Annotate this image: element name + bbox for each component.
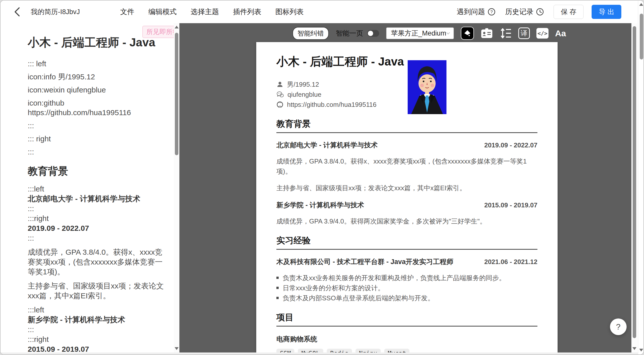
translate-icon: 译	[518, 27, 530, 39]
autocorrect-button[interactable]: 智能纠错	[293, 27, 329, 40]
line-spacing-button[interactable]	[500, 28, 512, 39]
markdown-editor[interactable]: 所见即所得模式 小木 - 后端工程师 - Java ::: left icon:…	[1, 23, 179, 353]
editor-line[interactable]: :::	[28, 204, 165, 213]
help-button[interactable]: ?	[610, 318, 627, 335]
translate-button[interactable]: 译	[518, 27, 530, 39]
github-icon	[276, 101, 283, 108]
bullet-item: 负责木及内部SSO单点登录系统后端的架构与开发。	[276, 293, 537, 303]
preview-scrollbar[interactable]	[631, 23, 637, 353]
editor-line[interactable]: :::left	[28, 184, 165, 194]
font-select[interactable]: 苹果方正_Medium	[386, 27, 454, 39]
preview-tool-icons: 译 </> Aa	[461, 27, 566, 40]
feedback-label: 遇到问题	[457, 7, 485, 17]
save-button[interactable]: 保 存	[554, 5, 584, 19]
bullet-item: 负责木及xx业务相关服务的开发和重构及维护，负责线上产品端服务的同步。	[276, 273, 537, 283]
menu-item-file[interactable]: 文件	[120, 7, 134, 17]
back-button[interactable]	[12, 7, 22, 17]
project-name: 电商购物系统	[276, 335, 537, 344]
contact-row: https://github.com/hua1995116	[276, 100, 537, 110]
toggle-knob	[368, 31, 373, 36]
editor-line[interactable]: 北京邮电大学 - 计算机科学与技术	[28, 194, 165, 204]
question-circle-icon: ?	[488, 8, 496, 16]
onepage-control: 智能一页	[336, 29, 379, 38]
topbar: 我的简历-I8JbvJ 文件 编辑模式 选择主题 插件列表 图标列表 遇到问题 …	[1, 1, 644, 23]
resume-page: 小木 - 后端工程师 - Java 男/1995.12 qiufengblue …	[256, 42, 558, 353]
editor-line[interactable]: :::	[28, 147, 165, 157]
editor-line[interactable]: icon:weixin qiufengblue	[28, 85, 165, 95]
resume-contact: 男/1995.12 qiufengblue https://github.com…	[276, 79, 537, 110]
topbar-menu: 文件 编辑模式 选择主题 插件列表 图标列表	[120, 7, 304, 17]
section-projects: 项目 电商购物系统 SSM MySQL Redis Nginx Mycat 项目…	[276, 312, 537, 353]
scroll-up-icon[interactable]	[175, 26, 179, 28]
section-heading: 教育背景	[276, 118, 537, 133]
editor-line[interactable]: 2019.09 - 2022.07	[28, 223, 165, 233]
section-heading: 项目	[276, 312, 537, 327]
theme-color-button[interactable]	[461, 27, 474, 40]
entry-title: 北京邮电大学 - 计算机科学与技术	[276, 141, 378, 150]
wechat-icon	[276, 91, 284, 98]
preview-toolbar: 智能纠错 智能一页 苹果方正_Medium 译	[293, 26, 566, 40]
theme-color-icon	[463, 29, 472, 38]
editor-scrollbar-thumb[interactable]	[175, 33, 178, 155]
square-bullet-icon	[276, 287, 279, 289]
contact-text: 男/1995.12	[287, 80, 319, 89]
entry-date: 2021.06 - 2021.12	[484, 258, 537, 266]
export-button[interactable]: 导 出	[592, 5, 621, 19]
contact-card-button[interactable]	[480, 27, 493, 39]
editor-line[interactable]: 2015.09 - 2019.07	[28, 344, 165, 353]
editor-line[interactable]: :::right	[28, 213, 165, 223]
menu-item-icons[interactable]: 图标列表	[275, 7, 304, 17]
person-icon	[276, 81, 283, 88]
contact-text: https://github.com/hua1995116	[287, 101, 376, 109]
editor-scrollbar[interactable]	[174, 23, 179, 353]
font-icon: Aa	[555, 28, 566, 38]
editor-line[interactable]: 成绩优异，GPA 3.8/4.0。获得x、xxxx竞赛奖项xx项，(包含xxxx…	[28, 247, 165, 277]
menu-item-plugins[interactable]: 插件列表	[233, 7, 261, 17]
onepage-toggle[interactable]	[367, 30, 379, 37]
menu-item-edit-mode[interactable]: 编辑模式	[148, 7, 177, 17]
chevron-left-icon	[14, 7, 20, 17]
scroll-down-icon[interactable]	[632, 347, 636, 350]
contact-row: qiufengblue	[276, 89, 537, 100]
entry-paragraph: 成绩优异，GPA 3.8/4.0。获得x、xxxx竞赛奖项xx项，(包含xxxx…	[276, 156, 537, 176]
square-bullet-icon	[276, 277, 279, 279]
editor-h2-education[interactable]: 教育背景	[28, 164, 165, 178]
editor-line[interactable]: :::	[28, 325, 165, 334]
document-title: 我的简历-I8JbvJ	[31, 7, 80, 16]
contact-card-icon	[480, 27, 493, 39]
editor-line[interactable]: 新乡学院 - 计算机科学与技术	[28, 315, 165, 325]
entry-title: 新乡学院 - 计算机科学与技术	[276, 201, 364, 210]
editor-line[interactable]: ::: right	[28, 134, 165, 144]
window-scrollbar-thumb[interactable]	[640, 14, 643, 59]
app-window: 我的简历-I8JbvJ 文件 编辑模式 选择主题 插件列表 图标列表 遇到问题 …	[0, 0, 644, 355]
editor-line[interactable]: :::right	[28, 334, 165, 344]
education-entry: 北京邮电大学 - 计算机科学与技术 2019.09 - 2022.07	[276, 141, 537, 150]
editor-line[interactable]: 主持参与省、国家级项目xx项；发表论文xxx篇，其中x篇EI索引。	[28, 281, 165, 301]
entry-date: 2019.09 - 2022.07	[484, 141, 537, 149]
editor-line[interactable]: :::	[28, 121, 165, 131]
history-link[interactable]: 历史记录	[505, 7, 544, 17]
font-size-button[interactable]: Aa	[555, 28, 566, 38]
preview-scrollbar-thumb[interactable]	[633, 26, 636, 338]
editor-line[interactable]: icon:github https://github.com/hua199511…	[28, 98, 165, 117]
window-scrollbar[interactable]	[638, 1, 644, 355]
editor-content[interactable]: 小木 - 后端工程师 - Java ::: left icon:info 男/1…	[28, 35, 165, 353]
entry-paragraph: 主持参与省、国家级项目xx项；发表论文xxx篇，其中x篇EI索引。	[276, 183, 537, 193]
scroll-down-icon[interactable]	[639, 349, 643, 351]
entry-paragraph: 成绩优异，GPA 3.9/4.0。获得两次国家奖学金，多次被评为"三好学生"。	[276, 216, 537, 226]
topbar-right: 遇到问题 ? 历史记录 保 存 导 出	[457, 5, 644, 19]
editor-line[interactable]: :::left	[28, 305, 165, 315]
internship-entry: 木及科技有限公司 - 技术工程平台群 - Java开发实习工程师 2021.06…	[276, 257, 537, 266]
scroll-up-icon[interactable]	[639, 3, 643, 6]
font-select-value: 苹果方正_Medium	[391, 29, 446, 38]
clock-icon	[536, 8, 544, 16]
editor-line[interactable]: :::	[28, 233, 165, 243]
editor-line[interactable]: icon:info 男/1995.12	[28, 72, 165, 82]
code-button[interactable]: </>	[536, 28, 549, 39]
menu-item-theme[interactable]: 选择主题	[191, 7, 219, 17]
editor-line[interactable]: ::: left	[28, 59, 165, 69]
feedback-link[interactable]: 遇到问题 ?	[457, 7, 496, 17]
bottom-edge-strip	[1, 352, 638, 354]
contact-row: 男/1995.12	[276, 79, 537, 89]
scroll-down-icon[interactable]	[175, 347, 179, 350]
